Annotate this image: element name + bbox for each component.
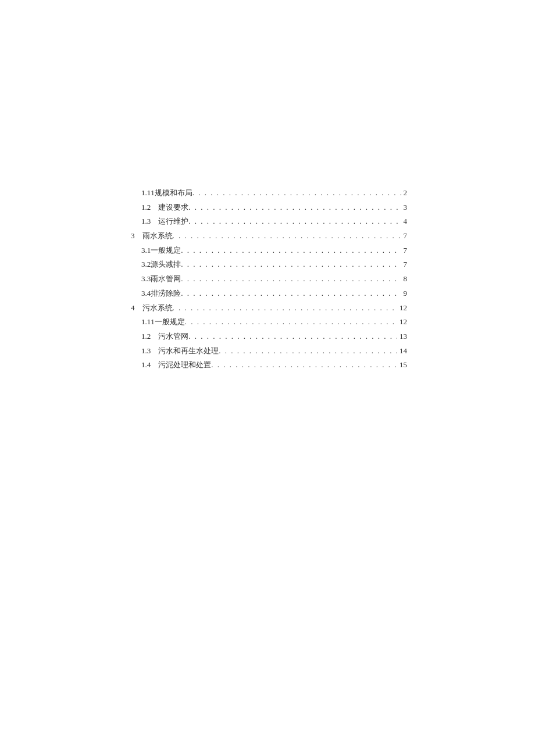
toc-entry-gap — [151, 344, 158, 359]
toc-entry-title: 污水系统 — [142, 301, 173, 316]
table-of-contents: 1.1 1 规模和布局21.2 建设要求31.3 运行维护43 雨水系统73.1… — [131, 186, 407, 372]
toc-entry-page: 15 — [397, 358, 407, 372]
toc-entry: 1.1 1 一般规定12 — [141, 315, 407, 329]
toc-entry-number: 3.4 — [141, 286, 151, 301]
toc-entry-page: 9 — [401, 286, 408, 301]
toc-entry-number: 1.2 — [141, 200, 151, 215]
toc-entry-number: 3.3 — [141, 272, 151, 286]
toc-entry: 1.3 污水和再生水处理14 — [141, 344, 407, 359]
toc-entry-title: 规模和布局 — [155, 186, 192, 200]
toc-dot-leader — [181, 257, 401, 272]
toc-dot-leader — [219, 344, 397, 359]
toc-dot-leader — [188, 214, 401, 229]
toc-entry-gap — [135, 301, 142, 316]
toc-dot-leader — [181, 272, 401, 286]
toc-entry-title: 雨水系统 — [142, 229, 173, 243]
toc-entry-gap — [151, 358, 158, 372]
toc-dot-leader — [211, 358, 397, 372]
toc-entry-gap — [151, 329, 158, 344]
toc-entry-page: 13 — [397, 329, 407, 344]
toc-dot-leader — [173, 301, 398, 316]
toc-entry-page: 3 — [401, 200, 408, 215]
toc-entry: 1.2 建设要求3 — [141, 200, 407, 215]
toc-dot-leader — [188, 200, 401, 215]
toc-entry-gap — [151, 200, 158, 215]
toc-entry-title: 一般规定 — [151, 243, 181, 258]
toc-dot-leader — [192, 186, 401, 200]
toc-dot-leader — [185, 315, 397, 329]
toc-entry: 3.4 排涝除险9 — [141, 286, 407, 301]
document-page: 1.1 1 规模和布局21.2 建设要求31.3 运行维护43 雨水系统73.1… — [0, 0, 535, 756]
toc-dot-leader — [188, 329, 397, 344]
toc-entry-title: 雨水管网 — [151, 272, 181, 286]
toc-entry: 3.1 一般规定7 — [141, 243, 407, 258]
toc-entry-title: 污水管网 — [158, 329, 188, 344]
toc-entry-title: 运行维护 — [158, 214, 188, 229]
toc-entry-title: 源头减排 — [151, 257, 181, 272]
toc-entry: 1.2 污水管网13 — [141, 329, 407, 344]
toc-entry: 3.3 雨水管网8 — [141, 272, 407, 286]
toc-entry-page: 2 — [401, 186, 408, 200]
toc-entry-title: 排涝除险 — [151, 286, 181, 301]
toc-entry-title: 污水和再生水处理 — [158, 344, 219, 359]
toc-entry-page: 7 — [401, 257, 408, 272]
toc-entry-page: 12 — [397, 301, 407, 316]
toc-entry-number: 3.1 — [141, 243, 151, 258]
toc-entry-title: 建设要求 — [158, 200, 188, 215]
toc-entry-page: 7 — [401, 229, 408, 243]
toc-entry: 3.2 源头减排7 — [141, 257, 407, 272]
toc-entry-page: 8 — [401, 272, 408, 286]
toc-entry-number: 3.2 — [141, 257, 151, 272]
toc-entry-number: 1.1 — [141, 186, 151, 200]
toc-entry-page: 12 — [397, 315, 407, 329]
toc-entry-number: 1.3 — [141, 214, 151, 229]
toc-entry-page: 14 — [397, 344, 407, 359]
toc-entry: 3 雨水系统7 — [131, 229, 407, 243]
toc-entry-title: 一般规定 — [155, 315, 185, 329]
toc-entry-number: 1.3 — [141, 344, 151, 359]
toc-entry-number: 1.1 — [141, 315, 151, 329]
toc-entry: 1.1 1 规模和布局2 — [141, 186, 407, 200]
toc-entry-page: 4 — [401, 214, 408, 229]
toc-entry-gap — [151, 214, 158, 229]
toc-entry: 1.4 污泥处理和处置15 — [141, 358, 407, 372]
toc-entry-title: 污泥处理和处置 — [158, 358, 211, 372]
toc-entry-number: 1.4 — [141, 358, 151, 372]
toc-dot-leader — [181, 243, 401, 258]
toc-entry-gap — [135, 229, 142, 243]
toc-dot-leader — [173, 229, 401, 243]
toc-entry-page: 7 — [401, 243, 408, 258]
toc-entry: 4 污水系统12 — [131, 301, 407, 316]
toc-entry-number: 1.2 — [141, 329, 151, 344]
toc-dot-leader — [181, 286, 401, 301]
toc-entry: 1.3 运行维护4 — [141, 214, 407, 229]
